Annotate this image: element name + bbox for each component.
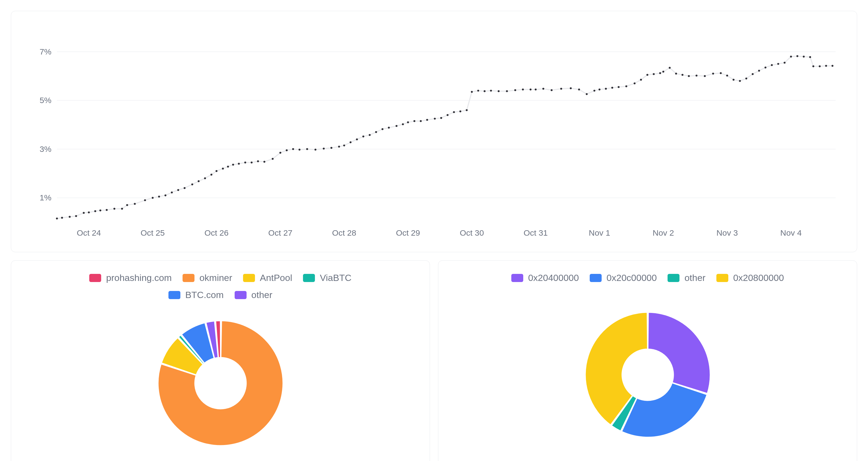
svg-point-13 [88,212,90,213]
svg-point-75 [498,90,500,92]
svg-point-16 [106,209,108,211]
svg-point-39 [257,160,259,162]
svg-point-73 [484,90,486,92]
svg-point-71 [471,91,473,93]
svg-point-12 [83,212,85,214]
legend-swatch [716,274,728,282]
svg-point-8 [56,217,58,219]
legend-item[interactable]: 0x20400000 [511,273,579,283]
svg-point-124 [831,65,833,67]
svg-point-49 [330,147,332,149]
legend-pools: prohashing.comokminerAntPoolViaBTCBTC.co… [71,273,370,300]
svg-text:Oct 25: Oct 25 [141,228,165,237]
svg-point-34 [227,166,229,167]
legend-item[interactable]: BTC.com [168,289,224,300]
svg-point-48 [323,148,325,150]
svg-point-105 [712,73,714,74]
svg-point-85 [578,88,580,90]
svg-point-45 [299,149,301,151]
svg-point-57 [381,128,383,130]
svg-point-53 [356,138,358,140]
donut-card-versions: 0x204000000x20c00000other0x20800000 [438,260,857,461]
svg-point-30 [204,177,206,179]
svg-text:Oct 31: Oct 31 [524,228,548,237]
svg-point-26 [177,189,179,191]
legend-label: 0x20800000 [733,273,784,283]
svg-point-111 [752,73,753,75]
svg-point-83 [560,88,562,90]
svg-point-20 [134,203,135,205]
svg-point-80 [535,88,536,90]
legend-item[interactable]: other [668,273,706,283]
svg-point-47 [314,149,316,151]
svg-point-119 [803,56,805,58]
legend-swatch [89,274,101,282]
legend-label: 0x20400000 [528,273,579,283]
svg-text:Oct 29: Oct 29 [396,228,420,237]
legend-item[interactable]: 0x20c00000 [590,273,657,283]
svg-point-84 [570,87,572,89]
svg-text:3%: 3% [40,145,52,153]
svg-point-88 [599,88,600,90]
legend-item[interactable]: ViaBTC [303,273,351,283]
svg-point-66 [440,117,442,119]
svg-point-11 [75,215,77,217]
svg-point-89 [605,88,607,90]
svg-point-70 [466,109,468,111]
svg-point-115 [777,63,779,65]
dashboard: 1%3%5%7% Oct 24Oct 25Oct 26Oct 27Oct 28O… [11,11,857,461]
svg-text:Oct 24: Oct 24 [77,228,101,237]
svg-text:7%: 7% [40,47,52,56]
legend-item[interactable]: other [235,289,273,300]
svg-point-44 [292,148,294,150]
svg-point-74 [490,90,492,92]
svg-point-9 [61,217,63,219]
legend-swatch [235,291,247,299]
legend-item[interactable]: okminer [183,273,232,283]
legend-swatch [668,274,680,282]
svg-point-106 [720,72,722,74]
legend-label: 0x20c00000 [607,273,657,283]
svg-point-117 [790,56,792,58]
svg-point-61 [407,122,409,123]
legend-label: prohashing.com [106,273,172,283]
svg-point-103 [695,74,698,76]
svg-text:Oct 30: Oct 30 [460,228,484,237]
svg-point-116 [784,62,785,64]
svg-point-112 [758,70,760,71]
svg-point-35 [232,164,234,166]
donut-chart-pools [155,318,286,448]
svg-point-96 [653,73,655,75]
svg-point-67 [447,114,448,116]
svg-point-37 [244,162,246,163]
svg-point-109 [739,80,741,82]
svg-text:Nov 3: Nov 3 [716,228,738,237]
svg-point-54 [362,135,364,137]
svg-point-51 [343,145,345,147]
svg-point-81 [542,88,544,90]
svg-point-72 [477,90,479,92]
svg-point-27 [184,187,186,189]
svg-point-15 [99,210,101,212]
svg-point-64 [426,119,428,121]
svg-point-36 [238,163,240,164]
legend-label: other [684,273,706,283]
legend-item[interactable]: prohashing.com [89,273,172,283]
svg-point-113 [764,67,766,69]
legend-swatch [168,291,180,299]
svg-point-97 [659,72,661,74]
svg-point-90 [611,87,613,89]
svg-text:1%: 1% [40,193,52,202]
svg-text:5%: 5% [40,96,52,105]
donut-slice [648,312,710,394]
svg-point-56 [375,131,377,133]
svg-point-60 [402,123,404,125]
legend-versions: 0x204000000x20c00000other0x20800000 [511,273,784,283]
svg-point-121 [812,65,814,67]
legend-item[interactable]: AntPool [243,273,292,283]
legend-label: other [251,289,273,300]
legend-item[interactable]: 0x20800000 [716,273,784,283]
svg-point-99 [669,67,671,69]
svg-point-86 [586,93,588,95]
svg-point-40 [264,161,265,163]
